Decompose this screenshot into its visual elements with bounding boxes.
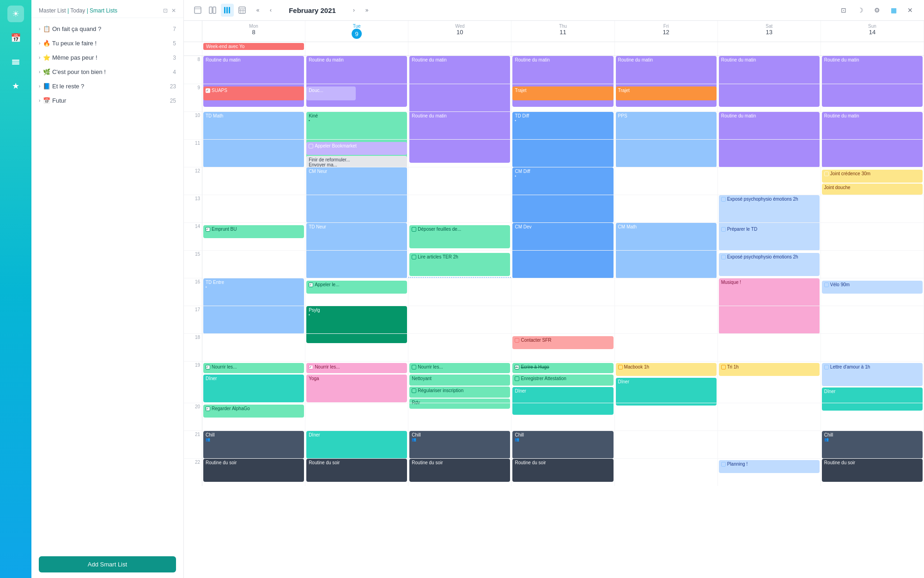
event-chill-sun[interactable]: Chill 👥 <box>822 431 923 459</box>
calendar-grid: Mon 8 Tue 9 Wed 10 Thu 11 Fri 12 Sat 13 <box>184 21 924 578</box>
event-nourrir-wed[interactable]: Nourrir les... <box>409 363 510 373</box>
event-trajet-thu[interactable]: Trajet <box>512 86 613 100</box>
event-yoga[interactable]: Yoga <box>306 375 407 402</box>
cell-mon-19: Nourrir les... Dîner <box>202 361 305 403</box>
smart-list-items: › 📋 On fait ça quand ? 7 › 🔥 Tu peux le … <box>31 18 183 551</box>
event-routine-soir-tue[interactable]: Routine du soir <box>306 459 407 482</box>
window-icon[interactable]: ⊡ <box>837 4 850 17</box>
event-routine-soir-mon[interactable]: Routine du soir <box>203 459 304 482</box>
list-item[interactable]: › 🌿 C'est pour ton bien ! 4 <box>31 65 183 79</box>
hour-label-13: 13 <box>184 195 202 222</box>
cell-thu-8: Routine du matin <box>511 56 614 84</box>
prev-prev-btn[interactable]: « <box>252 5 263 16</box>
allday-fri <box>615 42 718 55</box>
cell-mon-20: Regarder AlphaGo <box>202 403 305 430</box>
event-nourrir-mon[interactable]: Nourrir les... <box>203 363 304 373</box>
cell-sun-22: Routine du soir <box>821 458 924 486</box>
event-contacter-sfr[interactable]: Contacter SFR <box>512 336 613 349</box>
breadcrumb-today[interactable]: Today <box>70 7 85 14</box>
event-routine-soir-thu[interactable]: Routine du soir <box>512 459 613 482</box>
settings-icon[interactable]: ⚙ <box>870 4 883 17</box>
allday-sun <box>821 42 924 55</box>
event-deposer-feuilles[interactable]: Déposer feuilles de... <box>409 225 510 248</box>
list-item[interactable]: › 📅 Futur 25 <box>31 93 183 108</box>
event-expose-psychophysio2[interactable]: Exposé psychophysio émotions 2h <box>719 253 820 276</box>
breadcrumb-master[interactable]: Master List <box>39 7 66 14</box>
list-item[interactable]: › 📋 On fait ça quand ? 7 <box>31 22 183 36</box>
allday-event-weekend[interactable]: Week-end avec Yo <box>203 43 304 50</box>
event-chill-thu[interactable]: Chill 👥 <box>512 431 613 459</box>
event-routine-soir-wed[interactable]: Routine du soir <box>409 459 510 482</box>
cell-sat-20 <box>718 403 821 430</box>
event-nourrir-tue[interactable]: Nourrir les... <box>306 363 407 373</box>
event-diner-fri[interactable]: Dîner <box>616 378 717 406</box>
event-chill-mon[interactable]: Chill 👥 <box>203 431 304 459</box>
event-joint-douche[interactable]: Joint douche <box>822 184 923 195</box>
cell-mon-16: TD Entre ▪ <box>202 278 305 306</box>
cell-thu-19: Ecrire à Hugo Enregistrer Attestation Dî… <box>511 361 614 403</box>
cell-sat-13: Exposé psychophysio émotions 2h <box>718 195 821 222</box>
event-planning[interactable]: Planning ! <box>719 460 820 473</box>
cell-fri-19: Macbook 1h Dîner <box>615 361 718 403</box>
nav-layers[interactable] <box>7 54 24 70</box>
list-item[interactable]: › ⭐ Même pas peur ! 3 <box>31 50 183 65</box>
nav-sun[interactable]: ☀ <box>7 6 24 22</box>
close-panel-icon[interactable]: ✕ <box>171 7 176 14</box>
cell-fri-17 <box>615 306 718 333</box>
event-ecrire-hugo[interactable]: Ecrire à Hugo <box>512 363 613 373</box>
event-suaps[interactable]: SUAPS <box>203 86 304 100</box>
archive-icon[interactable]: ⊡ <box>163 7 168 14</box>
event-routine-soir-sun[interactable]: Routine du soir <box>822 459 923 482</box>
cell-tue-12: CM Neur <box>305 167 408 195</box>
cell-thu-16 <box>511 278 614 306</box>
toolbar-right: ⊡ ☽ ⚙ ▦ ✕ <box>837 4 917 17</box>
next-next-btn[interactable]: » <box>361 5 372 16</box>
cell-sat-14: Préparer le TD <box>718 222 821 250</box>
breadcrumb-smart-lists[interactable]: Smart Lists <box>90 7 117 14</box>
event-appeler-bookmarket[interactable]: Appeler Bookmarket <box>306 142 407 155</box>
event-lire-articles[interactable]: Lire articles TER 2h <box>409 253 510 276</box>
list-item[interactable]: › 📘 Et le reste ? 23 <box>31 79 183 93</box>
moon-icon[interactable]: ☽ <box>854 4 867 17</box>
event-emprunt-bu[interactable]: Emprunt BU <box>203 225 304 238</box>
event-diner-mon[interactable]: Dîner <box>203 375 304 402</box>
list-item[interactable]: › 🔥 Tu peux le faire ! 5 <box>31 36 183 50</box>
cell-fri-11 <box>615 139 718 167</box>
close-calendar-icon[interactable]: ✕ <box>904 4 917 17</box>
event-tri[interactable]: Tri 1h <box>719 363 820 376</box>
cell-sat-8: Routine du matin <box>718 56 821 84</box>
cell-sat-15: Exposé psychophysio émotions 2h <box>718 250 821 278</box>
event-appeler-le[interactable]: Appeler le... <box>306 281 407 294</box>
hour-label-10: 10 <box>184 111 202 139</box>
event-regulariser[interactable]: Régulariser inscription <box>409 387 510 398</box>
cell-tue-19: Nourrir les... Yoga <box>305 361 408 403</box>
prev-btn[interactable]: ‹ <box>265 5 276 16</box>
event-chill-wed[interactable]: Chill 👥 <box>409 431 510 459</box>
event-joint-credence[interactable]: Joint crédence 30m <box>822 170 923 183</box>
month-view-btn[interactable] <box>236 4 249 17</box>
event-regarder-alphago[interactable]: Regarder AlphaGo <box>203 405 304 418</box>
add-smart-list-button[interactable]: Add Smart List <box>39 556 176 572</box>
event-lettre-amour[interactable]: Lettre d'amour à 1h <box>822 363 923 386</box>
event-enregistrer[interactable]: Enregistrer Attestation <box>512 375 613 386</box>
next-btn[interactable]: › <box>348 5 359 16</box>
nav-star[interactable]: ★ <box>7 78 24 94</box>
list-item-count: 7 <box>173 26 176 32</box>
event-trajet-fri[interactable]: Trajet <box>616 86 717 100</box>
chevron-icon: › <box>39 26 40 31</box>
cell-thu-9: Trajet <box>511 84 614 111</box>
hour-label-8: 8 <box>184 56 202 84</box>
layout-icon[interactable]: ▦ <box>887 4 900 17</box>
week-view-btn[interactable] <box>221 4 234 17</box>
two-day-view-btn[interactable] <box>206 4 219 17</box>
day-view-btn[interactable] <box>191 4 204 17</box>
nav-calendar[interactable]: 📅 <box>7 30 24 46</box>
cell-mon-13 <box>202 195 305 222</box>
event-nettoyant[interactable]: Nettoyant <box>409 375 510 386</box>
event-preparer-td[interactable]: Préparer le TD <box>719 225 820 238</box>
event-douce-tue[interactable]: Douc... <box>306 86 356 100</box>
cell-mon-17 <box>202 306 305 333</box>
event-velo[interactable]: Vélo 90m <box>822 281 923 294</box>
event-macbook[interactable]: Macbook 1h <box>616 363 717 376</box>
event-diner-tue-21[interactable]: Dîner <box>306 431 407 459</box>
